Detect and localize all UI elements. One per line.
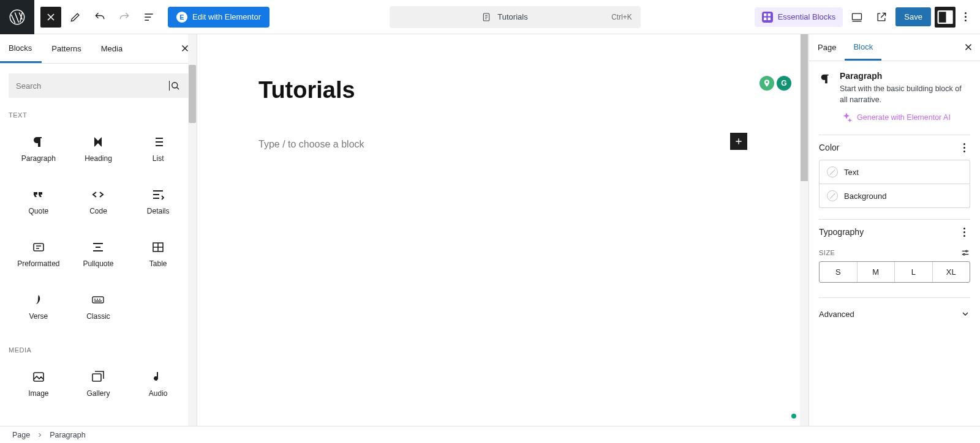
block-classic[interactable]: Classic [69, 280, 129, 333]
wordpress-logo[interactable] [0, 0, 34, 34]
section-advanced-label: Advanced [819, 310, 854, 319]
document-content: Tutorials Type / to choose a block [197, 34, 809, 193]
block-label: Classic [86, 312, 110, 321]
essential-blocks-icon [762, 12, 773, 23]
search-field[interactable] [16, 81, 132, 91]
sliders-icon[interactable] [960, 248, 970, 258]
tab-block[interactable]: Block [845, 34, 881, 61]
size-s[interactable]: S [820, 262, 858, 282]
sparkle-icon [840, 111, 853, 125]
block-search-input[interactable] [9, 73, 188, 98]
block-label: Quote [28, 207, 48, 215]
settings-body: Paragraph Start with the basic building … [809, 61, 980, 426]
block-audio[interactable]: Audio [128, 357, 188, 410]
save-button[interactable]: Save [895, 7, 931, 26]
canvas-scrollbar[interactable] [800, 34, 809, 426]
essential-blocks-button[interactable]: Essential Blocks [755, 7, 843, 27]
svg-rect-4 [764, 18, 766, 20]
redo-icon [118, 11, 130, 23]
block-table[interactable]: Table [128, 228, 188, 280]
status-dot-icon [791, 414, 796, 419]
section-advanced-toggle[interactable]: Advanced [819, 297, 970, 321]
block-details[interactable]: Details [128, 175, 188, 228]
undo-button[interactable] [89, 7, 110, 28]
block-gallery[interactable]: Gallery [69, 357, 129, 410]
desktop-icon [851, 11, 863, 23]
elementor-ai-link[interactable]: Generate with Elementor AI [840, 110, 970, 125]
view-desktop-button[interactable] [846, 7, 867, 28]
inserter-scrollbar[interactable] [188, 34, 197, 426]
block-grid-media: Image Gallery Audio [9, 357, 188, 410]
scrollbar-thumb[interactable] [801, 34, 808, 181]
typography-options-button[interactable] [958, 228, 970, 237]
add-block-button[interactable] [730, 133, 747, 150]
size-xl[interactable]: XL [933, 262, 970, 282]
color-background-control[interactable]: Background [819, 184, 970, 208]
search-icon [170, 80, 181, 91]
edit-tool-button[interactable] [65, 7, 86, 28]
block-label: Details [147, 207, 170, 215]
redo-button[interactable] [114, 7, 135, 28]
shortcut-hint: Ctrl+K [611, 13, 632, 21]
size-row: SIZE [819, 248, 970, 258]
gallery-icon [91, 370, 105, 384]
heading-icon [91, 135, 105, 149]
block-pullquote[interactable]: Pullquote [69, 228, 129, 280]
edit-with-elementor-button[interactable]: E Edit with Elementor [168, 7, 270, 28]
image-icon [31, 370, 46, 384]
settings-close-button[interactable] [963, 42, 974, 55]
block-header: Paragraph Start with the basic building … [819, 71, 970, 125]
color-options-button[interactable] [958, 143, 970, 152]
block-code[interactable]: Code [69, 175, 129, 228]
color-text-control[interactable]: Text [819, 160, 970, 184]
size-m[interactable]: M [858, 262, 895, 282]
block-label: List [153, 154, 164, 163]
section-typography-header: Typography [819, 219, 970, 244]
document-title: Tutorials [497, 12, 527, 21]
block-image[interactable]: Image [9, 357, 69, 410]
document-switcher[interactable]: Tutorials Ctrl+K [390, 6, 641, 28]
save-label: Save [904, 12, 922, 21]
topbar-left: E Edit with Elementor [34, 7, 276, 28]
block-inserter-panel: Blocks Patterns Media TEXT Paragraph [0, 34, 197, 426]
settings-sidebar-toggle[interactable] [935, 7, 956, 28]
editor-canvas[interactable]: G Tutorials Type / to choose a block [197, 34, 809, 426]
tab-blocks[interactable]: Blocks [0, 34, 42, 63]
quote-icon [31, 187, 46, 202]
table-icon [151, 240, 165, 255]
undo-icon [94, 11, 106, 23]
post-title[interactable]: Tutorials [258, 77, 747, 103]
block-quote[interactable]: Quote [9, 175, 69, 228]
block-preformatted[interactable]: Preformatted [9, 228, 69, 280]
svg-rect-6 [853, 13, 862, 20]
settings-sidebar: Page Block Paragraph Start with the basi… [809, 34, 980, 426]
document-overview-button[interactable] [138, 7, 159, 28]
close-inserter-button[interactable] [40, 7, 61, 28]
tab-media[interactable]: Media [91, 34, 132, 63]
topbar-center: Tutorials Ctrl+K [276, 6, 755, 28]
more-options-button[interactable] [959, 12, 971, 21]
color-swatch-none-icon [827, 166, 838, 177]
breadcrumb-root[interactable]: Page [12, 431, 30, 439]
code-icon [91, 187, 105, 202]
section-color-header: Color [819, 135, 970, 160]
block-description: Start with the basic building block of a… [840, 83, 970, 105]
block-list[interactable]: List [128, 122, 188, 175]
size-l[interactable]: L [895, 262, 933, 282]
block-verse[interactable]: Verse [9, 280, 69, 333]
outline-icon [143, 11, 155, 23]
block-breadcrumb: Page Paragraph [0, 426, 980, 443]
font-size-toggle: S M L XL [819, 261, 970, 283]
classic-icon [91, 292, 105, 307]
block-heading[interactable]: Heading [69, 122, 129, 175]
view-page-button[interactable] [871, 7, 892, 28]
block-paragraph[interactable]: Paragraph [9, 122, 69, 175]
grammarly-badge-icon[interactable]: G [777, 76, 791, 91]
tab-patterns[interactable]: Patterns [42, 34, 91, 63]
scrollbar-thumb[interactable] [189, 65, 196, 123]
yoast-badge-icon[interactable] [760, 76, 774, 91]
breadcrumb-current[interactable]: Paragraph [50, 431, 85, 439]
ai-link-label: Generate with Elementor AI [857, 113, 951, 122]
tab-page[interactable]: Page [809, 34, 845, 61]
paragraph-block[interactable]: Type / to choose a block [258, 139, 747, 150]
